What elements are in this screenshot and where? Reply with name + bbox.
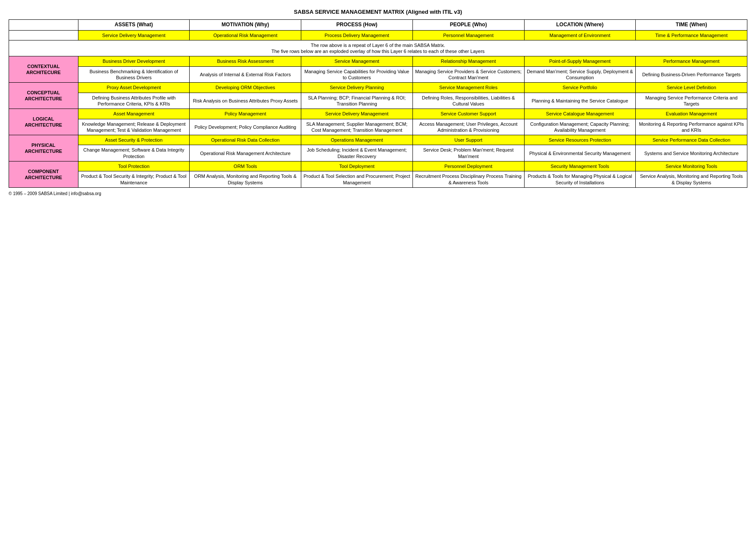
- physical-white-row: Change Management; Software & Data Integ…: [9, 145, 747, 161]
- footer: © 1995 – 2009 SABSA Limited | info@sabsa…: [9, 191, 747, 196]
- component-yellow-row: COMPONENTARCHITECTURE Tool Protection OR…: [9, 161, 747, 171]
- ctx-w-assets: Business Benchmarking & Identification o…: [78, 66, 190, 83]
- cpt-y-assets: Proxy Asset Development: [78, 83, 190, 93]
- cmp-y-motivation: ORM Tools: [190, 161, 301, 171]
- cmp-y-people: Personnel Deployment: [412, 161, 524, 171]
- phy-y-motivation: Operational Risk Data Collection: [190, 135, 301, 145]
- layer6-location: Management of Environment: [524, 30, 636, 40]
- log-y-location: Service Catalogue Management: [524, 109, 636, 119]
- physical-label: PHYSICALARCHITECTURE: [9, 135, 78, 161]
- cmp-w-assets: Product & Tool Security & Integrity; Pro…: [78, 171, 190, 188]
- layer6-assets: Service Delivery Management: [78, 30, 190, 40]
- phy-w-motivation: Operational Risk Management Architecture: [190, 145, 301, 161]
- layer6-process: Process Delivery Management: [301, 30, 413, 40]
- ctx-w-time: Defining Business-Driven Performance Tar…: [636, 66, 747, 83]
- log-w-location: Configuration Management; Capacity Plann…: [524, 119, 636, 135]
- cmp-w-people: Recruitment Process Disciplinary Process…: [412, 171, 524, 188]
- cmp-y-assets: Tool Protection: [78, 161, 190, 171]
- ctx-y-people: Relationship Management: [412, 56, 524, 66]
- phy-y-assets: Asset Security & Protection: [78, 135, 190, 145]
- cpt-w-location: Planning & Maintaining the Service Catal…: [524, 93, 636, 109]
- cmp-w-motivation: ORM Analysis, Monitoring and Reporting T…: [190, 171, 301, 188]
- conceptual-yellow-row: CONCEPTUALARCHITECTURE Proxy Asset Devel…: [9, 83, 747, 93]
- cmp-w-time: Service Analysis, Monitoring and Reporti…: [636, 171, 747, 188]
- phy-y-location: Service Resources Protection: [524, 135, 636, 145]
- page-title: SABSA SERVICE MANAGEMENT MATRIX (Aligned…: [9, 9, 747, 15]
- cpt-y-location: Service Portfolio: [524, 83, 636, 93]
- phy-w-time: Systems and Service Monitoring Architect…: [636, 145, 747, 161]
- layer6-time: Time & Performance Management: [636, 30, 747, 40]
- main-table: ASSETS (What) MOTIVATION (Why) PROCESS (…: [9, 19, 747, 188]
- ctx-w-location: Demand Man'ment; Service Supply, Deploym…: [524, 66, 636, 83]
- contextual-white-row: Business Benchmarking & Identification o…: [9, 66, 747, 83]
- cmp-y-process: Tool Deployment: [301, 161, 413, 171]
- layer6-motivation: Operational Risk Management: [190, 30, 301, 40]
- ctx-w-process: Managing Service Capabilities for Provid…: [301, 66, 413, 83]
- info-row: The row above is a repeat of Layer 6 of …: [9, 40, 747, 56]
- conceptual-label: CONCEPTUALARCHITECTURE: [9, 83, 78, 109]
- col-blank: [9, 20, 78, 31]
- cpt-y-process: Service Delivery Planning: [301, 83, 413, 93]
- cpt-y-people: Service Management Roles: [412, 83, 524, 93]
- info-text: The row above is a repeat of Layer 6 of …: [9, 40, 747, 56]
- col-motivation: MOTIVATION (Why): [190, 20, 301, 31]
- phy-y-process: Operations Management: [301, 135, 413, 145]
- component-label: COMPONENTARCHITECTURE: [9, 161, 78, 188]
- column-header-row: ASSETS (What) MOTIVATION (Why) PROCESS (…: [9, 20, 747, 31]
- col-time: TIME (When): [636, 20, 747, 31]
- ctx-y-location: Point-of-Supply Management: [524, 56, 636, 66]
- cpt-y-time: Service Level Definition: [636, 83, 747, 93]
- ctx-w-motivation: Analysis of Internal & External Risk Fac…: [190, 66, 301, 83]
- phy-w-process: Job Scheduling; Incident & Event Managem…: [301, 145, 413, 161]
- log-y-process: Service Delivery Management: [301, 109, 413, 119]
- log-w-people: Access Management; User Privileges, Acco…: [412, 119, 524, 135]
- logical-yellow-row: LOGICALARCHITECTURE Asset Management Pol…: [9, 109, 747, 119]
- phy-w-assets: Change Management; Software & Data Integ…: [78, 145, 190, 161]
- cmp-w-location: Products & Tools for Managing Physical &…: [524, 171, 636, 188]
- cpt-y-motivation: Developing ORM Objectives: [190, 83, 301, 93]
- ctx-y-assets: Business Driver Development: [78, 56, 190, 66]
- contextual-yellow-row: CONTEXTUALARCHITECURE Business Driver De…: [9, 56, 747, 66]
- cmp-w-process: Product & Tool Selection and Procurement…: [301, 171, 413, 188]
- col-location: LOCATION (Where): [524, 20, 636, 31]
- contextual-label: CONTEXTUALARCHITECURE: [9, 56, 78, 83]
- cpt-w-people: Defining Roles, Responsibilities, Liabil…: [412, 93, 524, 109]
- layer6-blank: [9, 30, 78, 40]
- component-white-row: Product & Tool Security & Integrity; Pro…: [9, 171, 747, 188]
- layer6-people: Personnel Management: [412, 30, 524, 40]
- logical-label: LOGICALARCHITECTURE: [9, 109, 78, 135]
- phy-w-location: Physical & Environmental Security Manage…: [524, 145, 636, 161]
- phy-y-time: Service Performance Data Collection: [636, 135, 747, 145]
- log-w-assets: Knowledge Management; Release & Deployme…: [78, 119, 190, 135]
- log-y-time: Evaluation Management: [636, 109, 747, 119]
- col-people: PEOPLE (Who): [412, 20, 524, 31]
- cpt-w-motivation: Risk Analysis on Business Attributes Pro…: [190, 93, 301, 109]
- phy-y-people: User Support: [412, 135, 524, 145]
- cmp-y-time: Service Monitoring Tools: [636, 161, 747, 171]
- physical-yellow-row: PHYSICALARCHITECTURE Asset Security & Pr…: [9, 135, 747, 145]
- cpt-w-assets: Defining Business Attributes Profile wit…: [78, 93, 190, 109]
- cpt-w-time: Managing Service Performance Criteria an…: [636, 93, 747, 109]
- log-w-time: Monitoring & Reporting Performance again…: [636, 119, 747, 135]
- col-assets: ASSETS (What): [78, 20, 190, 31]
- ctx-y-motivation: Business Risk Assessment: [190, 56, 301, 66]
- log-w-motivation: Policy Development; Policy Compliance Au…: [190, 119, 301, 135]
- phy-w-people: Service Desk; Problem Man'ment; Request …: [412, 145, 524, 161]
- log-y-people: Service Customer Support: [412, 109, 524, 119]
- log-y-motivation: Policy Management: [190, 109, 301, 119]
- cpt-w-process: SLA Planning; BCP; Financial Planning & …: [301, 93, 413, 109]
- logical-white-row: Knowledge Management; Release & Deployme…: [9, 119, 747, 135]
- ctx-y-process: Service Management: [301, 56, 413, 66]
- ctx-y-time: Performance Management: [636, 56, 747, 66]
- conceptual-white-row: Defining Business Attributes Profile wit…: [9, 93, 747, 109]
- log-w-process: SLA Management; Supplier Management; BCM…: [301, 119, 413, 135]
- log-y-assets: Asset Management: [78, 109, 190, 119]
- cmp-y-location: Security Management Tools: [524, 161, 636, 171]
- ctx-w-people: Managing Service Providers & Service Cus…: [412, 66, 524, 83]
- col-process: PROCESS (How): [301, 20, 413, 31]
- layer6-row: Service Delivery Management Operational …: [9, 30, 747, 40]
